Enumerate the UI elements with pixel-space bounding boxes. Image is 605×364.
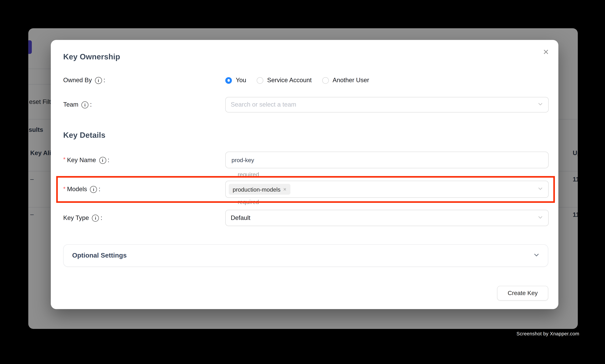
- chevron-down-icon: [538, 214, 543, 221]
- team-label: Team i :: [63, 101, 225, 108]
- owned-by-label: Owned By i :: [63, 77, 225, 84]
- key-type-label: Key Type i :: [63, 214, 225, 221]
- radio-option-service-account[interactable]: Service Account: [257, 77, 312, 84]
- owned-by-radio-group: You Service Account Another User: [225, 77, 369, 84]
- key-name-label: * Key Name i :: [63, 156, 225, 164]
- info-icon[interactable]: i: [95, 77, 102, 84]
- watermark-text: Screenshot by Xnapper.com: [516, 331, 579, 337]
- owned-by-row: Owned By i : You Service Account: [63, 73, 549, 87]
- optional-settings-title: Optional Settings: [72, 252, 127, 260]
- chevron-down-icon: [538, 101, 543, 108]
- key-name-input[interactable]: prod-key: [225, 152, 549, 168]
- info-icon[interactable]: i: [92, 215, 99, 222]
- close-icon[interactable]: ×: [541, 46, 552, 57]
- info-icon[interactable]: i: [81, 101, 89, 108]
- screenshot-stage: eset Filt sults Key Alia Up – 11/ – 11/ …: [0, 0, 605, 364]
- info-icon[interactable]: i: [99, 157, 106, 164]
- radio-option-another-user[interactable]: Another User: [322, 77, 369, 84]
- radio-unselected-icon[interactable]: [322, 77, 329, 84]
- key-name-row: * Key Name i : prod-key: [63, 152, 549, 168]
- chevron-down-icon[interactable]: [534, 252, 539, 259]
- create-key-button[interactable]: Create Key: [497, 286, 548, 300]
- radio-selected-icon[interactable]: [225, 77, 232, 84]
- create-key-modal: × Key Ownership Owned By i : You Service…: [51, 40, 558, 309]
- optional-settings-panel[interactable]: Optional Settings: [63, 244, 548, 267]
- annotation-highlight-rectangle: [56, 176, 555, 203]
- key-type-value: Default: [231, 214, 250, 221]
- required-marker: *: [63, 156, 65, 163]
- team-select[interactable]: Search or select a team: [225, 97, 549, 113]
- radio-option-you[interactable]: You: [225, 77, 246, 84]
- team-row: Team i : Search or select a team: [63, 97, 549, 113]
- radio-unselected-icon[interactable]: [257, 77, 263, 84]
- key-name-value: prod-key: [232, 157, 254, 163]
- key-type-row: Key Type i : Default: [63, 210, 549, 226]
- team-select-placeholder: Search or select a team: [231, 101, 296, 108]
- section-title-key-ownership: Key Ownership: [63, 52, 120, 61]
- section-title-key-details: Key Details: [63, 131, 105, 140]
- key-type-select[interactable]: Default: [225, 210, 549, 226]
